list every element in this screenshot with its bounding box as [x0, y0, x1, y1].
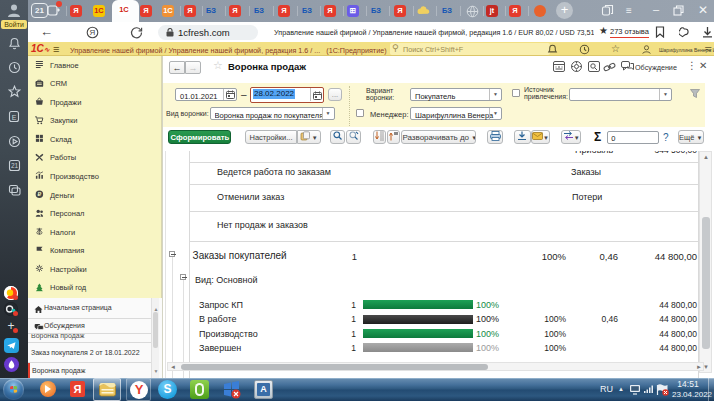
svg-text:₽: ₽	[37, 191, 41, 197]
svg-text:21: 21	[10, 162, 18, 169]
svg-text:E: E	[11, 114, 16, 121]
